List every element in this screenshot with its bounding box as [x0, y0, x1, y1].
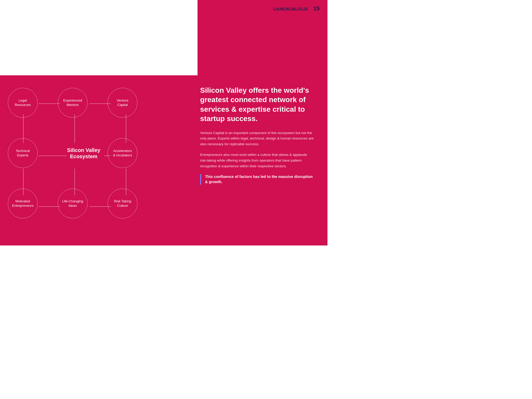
ecosystem-diagram: LegalResources ExperiencedMentors Ventur… — [8, 83, 190, 234]
node-lifechanging-label: Life-ChangingIdeas — [62, 199, 83, 208]
node-legal-label: LegalResources — [15, 98, 31, 107]
panel-body1: Venture Capital is an important componen… — [200, 130, 314, 147]
right-panel: Silicon Valley offers the world's greate… — [192, 81, 322, 190]
node-lifechanging: Life-ChangingIdeas — [58, 189, 88, 218]
node-risktaking-label: Risk TakingCulture — [114, 199, 131, 208]
node-accelerators-label: Accelerators& Incubators — [113, 149, 132, 158]
node-accelerators: Accelerators& Incubators — [108, 138, 137, 168]
node-technical-label: TechnicalExperts — [16, 149, 30, 158]
center-text: Silicon ValleyEcosystem — [67, 147, 100, 159]
panel-body2: Entrepreneurs also must exist within a c… — [200, 152, 314, 169]
node-motivated: MotivatedEntrepreneurs — [8, 189, 38, 218]
highlight-text: This confluence of factors has led to th… — [205, 174, 314, 185]
page-number: 15 — [313, 5, 320, 12]
page-number-area: LAUNCHLAB.CO.ZA 15 — [273, 5, 320, 12]
node-experienced-label: ExperiencedMentors — [63, 98, 82, 107]
center-label: Silicon ValleyEcosystem — [58, 138, 110, 168]
node-venture-label: VentureCapital — [117, 98, 128, 107]
highlight-box: This confluence of factors has led to th… — [200, 174, 314, 185]
node-risktaking: Risk TakingCulture — [108, 189, 137, 218]
panel-headline: Silicon Valley offers the world's greate… — [200, 86, 314, 124]
website-link: LAUNCHLAB.CO.ZA — [273, 7, 308, 11]
node-experienced: ExperiencedMentors — [58, 88, 88, 118]
node-legal: LegalResources — [8, 88, 38, 118]
node-venture: VentureCapital — [108, 88, 137, 118]
node-technical: TechnicalExperts — [8, 138, 38, 168]
header-white-area — [0, 0, 198, 75]
node-motivated-label: MotivatedEntrepreneurs — [12, 199, 33, 208]
